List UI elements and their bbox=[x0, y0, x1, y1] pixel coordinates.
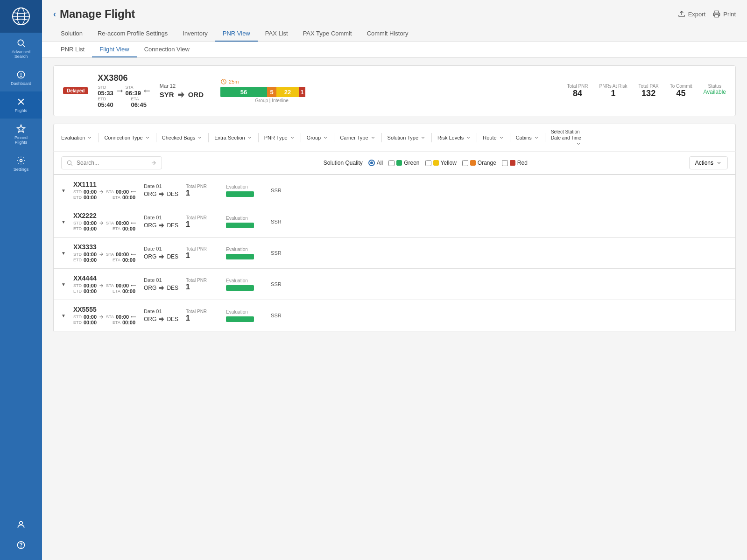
sidebar-item-user[interactable] bbox=[0, 514, 42, 535]
solution-type-chevron-icon bbox=[420, 135, 426, 140]
checked-bags-chevron-icon bbox=[197, 135, 203, 140]
filter-cabins[interactable]: Cabins bbox=[516, 135, 539, 140]
expand-button-5[interactable]: ▼ bbox=[61, 313, 66, 318]
orange-checkbox[interactable] bbox=[462, 160, 468, 166]
select-station-chevron-icon bbox=[576, 141, 581, 147]
yellow-checkbox[interactable] bbox=[425, 160, 431, 166]
tab-solution[interactable]: Solution bbox=[53, 26, 90, 42]
page-title: Manage Flight bbox=[60, 7, 135, 21]
tab-pax-type-commit[interactable]: PAX Type Commit bbox=[296, 26, 359, 42]
pnr-ssr-3: SSR bbox=[271, 250, 282, 256]
etd-time: 05:40 bbox=[98, 101, 113, 108]
print-button[interactable]: Print bbox=[713, 10, 736, 18]
app-logo[interactable] bbox=[0, 0, 42, 33]
carrier-type-chevron-icon bbox=[370, 135, 376, 140]
orange-color-box bbox=[470, 160, 476, 166]
sidebar-bottom bbox=[0, 514, 42, 560]
pnr-ssr-5: SSR bbox=[271, 313, 282, 318]
tab-pax-list[interactable]: PAX List bbox=[258, 26, 296, 42]
subtab-pnr-list[interactable]: PNR List bbox=[53, 42, 92, 57]
delayed-badge: Delayed bbox=[63, 87, 88, 94]
back-button[interactable]: ‹ bbox=[53, 9, 56, 19]
tab-commit-history[interactable]: Commit History bbox=[359, 26, 416, 42]
filter-evaluation[interactable]: Evaluation bbox=[61, 135, 92, 140]
eval-bar-1 bbox=[226, 191, 254, 197]
landing-icon-5a bbox=[131, 314, 136, 320]
quality-filters: Solution Quality All Green bbox=[324, 160, 528, 166]
destination: ORD bbox=[188, 91, 204, 98]
expand-button-3[interactable]: ▼ bbox=[61, 251, 66, 256]
group-chevron-icon bbox=[323, 135, 328, 140]
stat-status: Status Available bbox=[704, 84, 726, 98]
eval-bar-4 bbox=[226, 285, 254, 291]
filter-extra-section[interactable]: Extra Section bbox=[214, 135, 252, 140]
subtab-connection-view[interactable]: Connection View bbox=[137, 42, 197, 57]
pnr-total-4: Total PNR 1 bbox=[186, 278, 218, 291]
filter-risk-levels[interactable]: Risk Levels bbox=[437, 135, 471, 140]
std-departure-icon bbox=[116, 88, 123, 94]
pnr-evaluation-5: Evaluation bbox=[226, 309, 263, 322]
table-row: ▼ XX3333 STD 00:00 STA 00:00 ETD bbox=[53, 238, 736, 269]
expand-button-1[interactable]: ▼ bbox=[61, 188, 66, 193]
evaluation-chevron-icon bbox=[87, 135, 92, 140]
search-input[interactable] bbox=[77, 160, 147, 166]
subtab-flight-view[interactable]: Flight View bbox=[92, 42, 136, 57]
std-label: STD bbox=[98, 85, 113, 90]
quality-red[interactable]: Red bbox=[502, 160, 528, 166]
red-checkbox[interactable] bbox=[502, 160, 508, 166]
svg-point-7 bbox=[21, 76, 21, 77]
quality-green[interactable]: Green bbox=[388, 160, 419, 166]
cabins-chevron-icon bbox=[534, 135, 539, 140]
filter-divider-2 bbox=[156, 133, 156, 142]
quality-yellow[interactable]: Yellow bbox=[425, 160, 457, 166]
tab-pnr-view[interactable]: PNR View bbox=[215, 26, 258, 42]
export-icon bbox=[678, 10, 685, 18]
export-button[interactable]: Export bbox=[678, 10, 706, 18]
actions-button[interactable]: Actions bbox=[689, 156, 728, 169]
svg-point-3 bbox=[18, 40, 23, 45]
filter-pnr-type[interactable]: PNR Type bbox=[264, 135, 295, 140]
green-checkbox[interactable] bbox=[388, 160, 395, 166]
sidebar-item-advanced-search[interactable]: Advanced Search bbox=[0, 33, 42, 64]
table-row: ▼ XX1111 STD 00:00 STA 00:00 ETD bbox=[53, 175, 736, 206]
sidebar-item-dashboard[interactable]: Dashboard bbox=[0, 64, 42, 91]
solution-quality-label: Solution Quality bbox=[324, 160, 363, 166]
svg-point-14 bbox=[21, 547, 21, 547]
stat-total-pnr: Total PNR 84 bbox=[567, 84, 588, 98]
pnr-list: ▼ XX1111 STD 00:00 STA 00:00 ETD bbox=[53, 175, 736, 331]
info-icon bbox=[16, 70, 26, 79]
capacity-section: 25m 56 5 22 1 Group | Interline bbox=[220, 78, 323, 103]
filter-connection-type[interactable]: Connection Type bbox=[104, 135, 150, 140]
filter-divider-9 bbox=[477, 133, 477, 142]
filter-carrier-type[interactable]: Carrier Type bbox=[340, 135, 375, 140]
capacity-bar: 56 5 22 1 bbox=[220, 87, 323, 97]
sidebar-item-flights[interactable]: Flights bbox=[0, 91, 42, 119]
filter-solution-type[interactable]: Solution Type bbox=[388, 135, 426, 140]
expand-button-4[interactable]: ▼ bbox=[61, 282, 66, 287]
delay-label: 25m bbox=[229, 79, 239, 84]
pnr-evaluation-2: Evaluation bbox=[226, 216, 263, 228]
green-color-box bbox=[396, 160, 402, 166]
gear-icon bbox=[16, 156, 26, 165]
filter-route[interactable]: Route bbox=[483, 135, 504, 140]
quality-all[interactable]: All bbox=[368, 160, 383, 166]
route-icon-3 bbox=[158, 253, 165, 260]
stat-to-commit: To Commit 45 bbox=[670, 84, 692, 98]
filter-checked-bags[interactable]: Checked Bags bbox=[162, 135, 203, 140]
filter-group[interactable]: Group bbox=[307, 135, 329, 140]
pnr-number-group-1: XX1111 STD 00:00 STA 00:00 ETD 00:00 bbox=[73, 181, 136, 200]
flight-date: Mar 12 bbox=[160, 83, 204, 89]
filter-select-station[interactable]: Select Station Date and Time bbox=[551, 129, 581, 147]
sidebar-item-help[interactable] bbox=[0, 535, 42, 555]
sidebar-item-pinned-flights[interactable]: Pinned Flights bbox=[0, 119, 42, 150]
delay-indicator: 25m bbox=[220, 78, 323, 85]
search-box[interactable] bbox=[61, 156, 162, 169]
tab-inventory[interactable]: Inventory bbox=[175, 26, 215, 42]
page-header: ‹ Manage Flight Export Print bbox=[42, 0, 747, 42]
expand-button-2[interactable]: ▼ bbox=[61, 219, 66, 224]
sidebar-item-settings[interactable]: Settings bbox=[0, 150, 42, 177]
tab-reaccom[interactable]: Re-accom Profile Settings bbox=[90, 26, 175, 42]
cap-green: 56 bbox=[220, 87, 267, 97]
sta-arrival-icon bbox=[144, 88, 150, 94]
quality-orange[interactable]: Orange bbox=[462, 160, 496, 166]
